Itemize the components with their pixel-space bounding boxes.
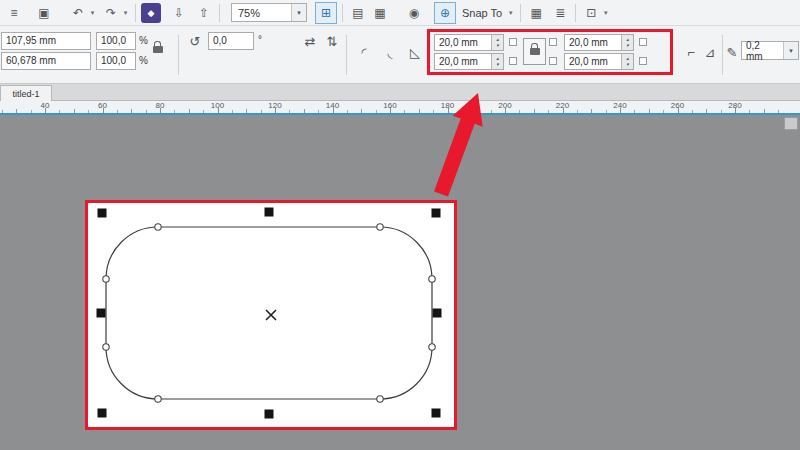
spinner-icon[interactable]: ▴▾ [621,54,633,69]
corner-node[interactable] [429,344,435,350]
selection-handle[interactable] [432,409,441,418]
selection-handle[interactable] [98,209,107,218]
undo-dropdown-caret-icon[interactable]: ▾ [88,9,97,17]
zoom-dropdown-caret-icon[interactable]: ▾ [291,4,306,21]
toolbar-separator [219,4,220,22]
flip-vertical-icon[interactable]: ⇅ [322,32,342,50]
redo-icon[interactable]: ↷ [101,3,121,23]
ruler-tick-label: 220 [556,101,569,110]
relative-corner-toggle[interactable] [639,38,647,46]
effects-icon[interactable]: ≣ [550,3,570,23]
scrollbar-corner [784,117,798,130]
corner-options-icon[interactable]: ⌐ [680,42,702,62]
flip-horizontal-icon[interactable]: ⇄ [300,32,320,50]
snap-to-caret-icon[interactable]: ▾ [506,9,515,17]
save-icon[interactable]: ▣ [34,3,54,23]
selection-handle[interactable] [98,409,107,418]
menu-icon[interactable]: ≡ [4,3,24,23]
show-rulers-icon[interactable]: ▤ [348,3,368,23]
corner-radius-top-left-value: 20,0 mm [439,35,491,50]
snap-to-label[interactable]: Snap To [462,7,502,19]
selection-handle[interactable] [433,309,442,318]
ruler-minor-tick [16,109,17,113]
wrap-text-icon[interactable]: ⊿ [700,42,720,62]
spin-down-icon[interactable]: ▾ [496,62,499,68]
redo-dropdown-caret-icon[interactable]: ▾ [121,9,130,17]
corner-node[interactable] [155,396,161,402]
drawing-workspace[interactable] [0,115,800,450]
ruler-tick-label: 240 [613,101,626,110]
relative-corner-toggle[interactable] [549,57,557,65]
lock-ratio-icon[interactable] [153,46,163,53]
corner-node[interactable] [377,224,383,230]
object-position-x-field[interactable]: 107,95 mm [1,32,91,50]
display-options-icon[interactable]: ⊡ [581,3,601,23]
relative-corner-toggle[interactable] [509,38,517,46]
drawing-page[interactable] [85,200,457,430]
export-icon[interactable]: ⇧ [194,3,214,23]
scale-x-field[interactable]: 100,0 [96,32,136,50]
ruler-minor-tick [706,109,707,113]
image-adjust-icon[interactable]: ▦ [526,3,546,23]
ruler-minor-tick [404,110,405,113]
relative-corner-toggle[interactable] [549,38,557,46]
corner-node[interactable] [103,344,109,350]
ruler-tick-label: 80 [156,101,165,110]
ruler-minor-tick [649,109,650,113]
corner-radius-top-left-field[interactable]: 20,0 mm ▴▾ [434,34,504,51]
ruler-minor-tick [591,109,592,113]
scale-x-percent-label: % [139,35,148,46]
selection-handle[interactable] [432,209,441,218]
welcome-screen-icon[interactable]: ◆ [141,3,161,23]
document-tab[interactable]: titled-1 [0,85,52,101]
ruler-minor-tick [376,110,377,113]
scale-y-field[interactable]: 100,0 [96,52,136,70]
spin-down-icon[interactable]: ▾ [496,43,499,49]
spinner-icon[interactable]: ▴▾ [491,54,503,69]
rotation-angle-field[interactable]: 0,0 [208,32,254,50]
relative-corner-toggle[interactable] [509,57,517,65]
ruler-minor-tick [304,109,305,113]
show-grid-icon[interactable]: ▦ [370,3,390,23]
corner-radius-bottom-right-field[interactable]: 20,0 mm ▴▾ [564,53,634,70]
outline-width-caret-icon[interactable]: ▾ [783,42,798,59]
import-icon[interactable]: ⇩ [169,3,189,23]
corner-radius-bottom-left-field[interactable]: 20,0 mm ▴▾ [434,53,504,70]
corner-node[interactable] [429,276,435,282]
outline-width-combo[interactable]: 0,2 mm ▾ [741,41,799,60]
zoom-level-combo[interactable]: 75% ▾ [231,3,307,22]
round-corner-icon[interactable]: ◜ [352,42,376,62]
full-screen-preview-icon[interactable]: ⊞ [315,2,337,24]
selection-handle[interactable] [97,309,106,318]
spinner-icon[interactable]: ▴▾ [491,35,503,50]
display-options-caret-icon[interactable]: ▾ [601,9,610,17]
ruler-minor-tick [663,110,664,113]
corner-node[interactable] [103,276,109,282]
undo-icon[interactable]: ↶ [68,3,88,23]
snap-crosshair-icon[interactable]: ⊕ [434,2,456,24]
corner-radius-top-right-field[interactable]: 20,0 mm ▴▾ [564,34,634,51]
corner-node[interactable] [377,396,383,402]
corner-node[interactable] [155,224,161,230]
horizontal-ruler[interactable]: 406080100120140160180200220240260280 [0,101,800,115]
scale-y-percent-label: % [139,55,148,66]
selection-handle[interactable] [265,208,274,217]
preview-eye-icon[interactable]: ◉ [404,3,424,23]
scalloped-corner-icon[interactable]: ◟ [378,42,402,62]
ruler-minor-tick [577,110,578,113]
relative-corner-toggle[interactable] [639,57,647,65]
ruler-minor-tick [318,110,319,113]
canvas-svg [88,203,454,427]
spinner-icon[interactable]: ▴▾ [621,35,633,50]
selection-handle[interactable] [265,410,274,419]
ruler-tick-label: 40 [41,101,50,110]
spin-down-icon[interactable]: ▾ [626,43,629,49]
ruler-minor-tick [692,110,693,113]
ruler-tick-label: 280 [728,101,741,110]
object-position-y-field[interactable]: 60,678 mm [1,52,91,70]
ruler-minor-tick [88,110,89,113]
ruler-minor-tick [548,110,549,113]
edit-corners-together-lock-icon[interactable] [523,38,546,65]
spin-down-icon[interactable]: ▾ [626,62,629,68]
chamfered-corner-icon[interactable]: ◺ [404,42,426,62]
